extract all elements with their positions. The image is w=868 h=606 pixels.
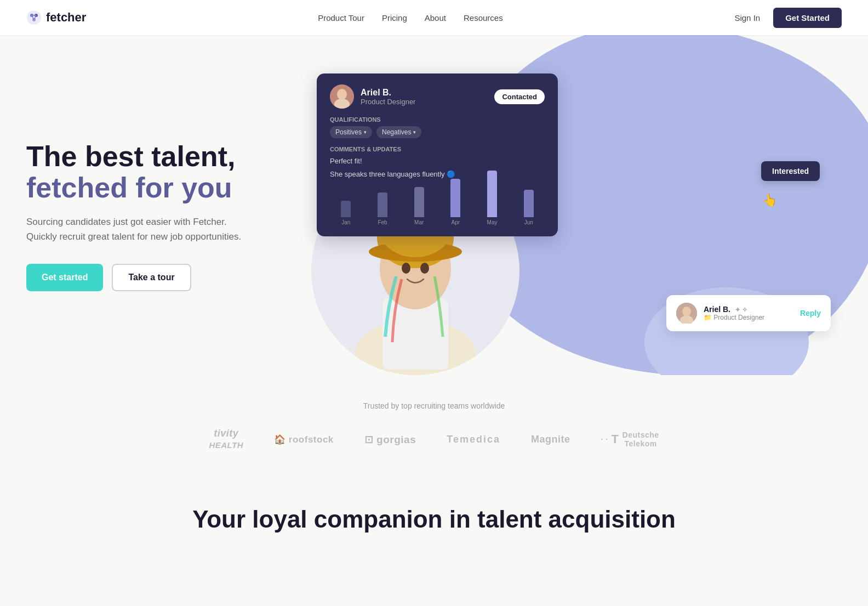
reply-name-role: Ariel B. ✦ ✧ 📁 Product Designer [704, 305, 764, 321]
bar-jan [341, 201, 351, 217]
hero-heading: The best talent, fetched for you [26, 141, 300, 203]
logo-link[interactable]: fetcher [26, 10, 86, 25]
chevron-icon: ▾ [413, 129, 416, 135]
card-header: Ariel B. Product Designer Contacted [330, 84, 545, 109]
tag-negatives: Negatives ▾ [376, 126, 421, 138]
deutsche-t-icon: T [612, 432, 619, 446]
logo-temedica: Temedica [447, 434, 500, 445]
logo-roofstock: 🏠 roofstock [274, 434, 334, 445]
signin-link[interactable]: Sign In [734, 13, 760, 22]
logo-text: fetcher [46, 10, 86, 25]
get-started-nav-button[interactable]: Get Started [773, 8, 842, 28]
nav-actions: Sign In Get Started [734, 8, 842, 28]
chart-bar-feb: Feb [367, 192, 399, 225]
chart-bar-may: May [476, 171, 509, 225]
folder-icon: 📁 [704, 314, 712, 321]
interested-badge: Interested [761, 161, 820, 181]
get-started-button[interactable]: Get started [26, 264, 103, 291]
logo-gorgias: ⊡ gorgias [364, 433, 416, 446]
spark-icon: ✦ ✧ [735, 306, 747, 314]
navbar: fetcher Product Tour Pricing About Resou… [0, 0, 868, 35]
logo-deutsche: · · T DeutscheTelekom [601, 431, 659, 448]
card-chart: JanFebMarAprMayJun [330, 187, 545, 225]
chart-label-mar: Mar [414, 219, 424, 225]
svg-point-0 [27, 10, 41, 25]
chart-label-feb: Feb [378, 219, 387, 225]
comments-label: COMMENTS & UPDATES [330, 146, 545, 152]
trusted-label: Trusted by top recruiting teams worldwid… [26, 401, 842, 410]
take-a-tour-button[interactable]: Take a tour [112, 264, 191, 291]
nav-pricing[interactable]: Pricing [382, 13, 407, 22]
bar-feb [378, 192, 387, 217]
card-avatar [330, 84, 354, 109]
reply-avatar [676, 303, 697, 324]
card-comment-1: Perfect fit! [330, 156, 545, 167]
bar-apr [450, 179, 460, 217]
qualifications-label: QUALIFICATIONS [330, 116, 545, 123]
chart-label-jan: Jan [341, 219, 350, 225]
logo-icon [26, 10, 42, 25]
hero-subtext: Sourcing candidates just got easier with… [26, 214, 300, 244]
card-comment-2: She speaks three languages fluently 🔵 [330, 169, 545, 180]
hero-right: Ariel B. Product Designer Contacted QUAL… [300, 57, 842, 375]
chevron-icon: ▾ [364, 129, 367, 135]
nav-product-tour[interactable]: Product Tour [318, 13, 364, 22]
bar-may [487, 171, 497, 217]
nav-resources[interactable]: Resources [464, 13, 503, 22]
svg-point-20 [682, 307, 691, 316]
bar-jun [524, 190, 534, 217]
chart-bar-jan: Jan [330, 201, 362, 225]
nav-links: Product Tour Pricing About Resources [318, 13, 503, 22]
bar-mar [414, 187, 424, 217]
candidate-card: Ariel B. Product Designer Contacted QUAL… [317, 73, 558, 236]
card-name-role: Ariel B. Product Designer [361, 88, 415, 106]
trusted-section: Trusted by top recruiting teams worldwid… [0, 375, 868, 473]
reply-card: Ariel B. ✦ ✧ 📁 Product Designer Reply [666, 295, 831, 331]
chart-label-apr: Apr [452, 219, 460, 225]
chart-label-jun: Jun [524, 219, 533, 225]
card-contacted-label: Contacted [494, 89, 545, 104]
chart-label-may: May [487, 219, 498, 225]
chart-bar-apr: Apr [439, 179, 472, 225]
bottom-section: Your loyal companion in talent acquisiti… [0, 473, 868, 566]
hero-buttons: Get started Take a tour [26, 264, 300, 291]
svg-point-14 [402, 263, 410, 274]
nav-about[interactable]: About [425, 13, 446, 22]
chart-bar-jun: Jun [512, 190, 545, 225]
svg-point-17 [337, 89, 347, 100]
logo-tivity: tivityHEALTH [209, 428, 243, 451]
svg-point-15 [420, 263, 429, 274]
deutsche-dots-icon: · · [601, 435, 608, 444]
logos-row: tivityHEALTH 🏠 roofstock ⊡ gorgias Temed… [26, 428, 842, 451]
card-tags: Positives ▾ Negatives ▾ [330, 126, 545, 138]
chart-bar-mar: Mar [403, 187, 435, 225]
bottom-heading: Your loyal companion in talent acquisiti… [26, 506, 842, 533]
tag-positives: Positives ▾ [330, 126, 372, 138]
hero-section: The best talent, fetched for you Sourcin… [0, 35, 868, 375]
reply-button[interactable]: Reply [800, 309, 821, 318]
hero-left: The best talent, fetched for you Sourcin… [26, 141, 300, 292]
logo-magnite: Magnite [531, 434, 570, 445]
